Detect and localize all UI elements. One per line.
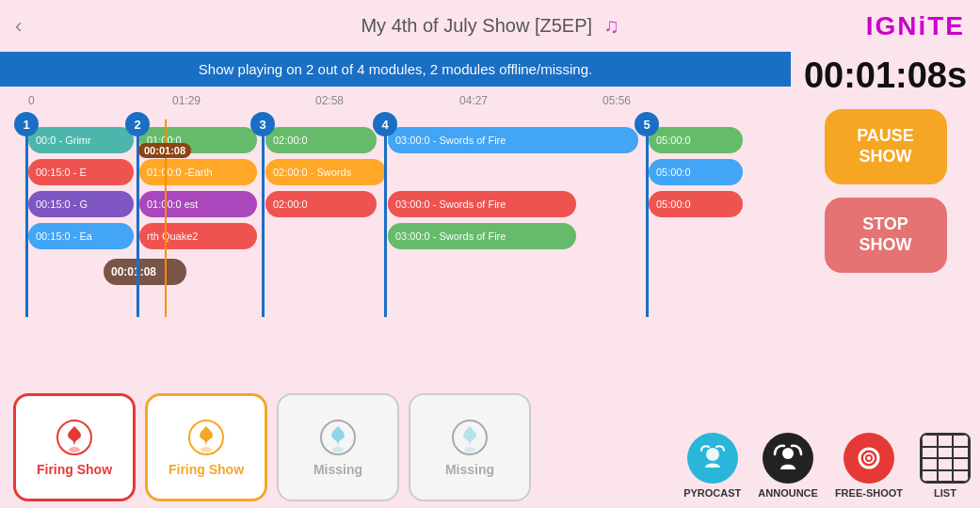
announce-icon bbox=[763, 433, 813, 484]
cue-block[interactable]: 05:00:0 bbox=[649, 159, 743, 185]
module-line-5: 5 bbox=[646, 119, 649, 317]
svg-point-7 bbox=[464, 447, 475, 452]
cue-block[interactable]: 00:15:0 - Ea bbox=[28, 223, 134, 249]
tracks-container: 1 2 3 4 5 00:01:08 00:0 bbox=[0, 119, 791, 317]
cue-block[interactable]: 03:00:0 - Swords of Fire bbox=[388, 127, 638, 153]
cue-block[interactable]: 00:15:0 - E bbox=[28, 159, 134, 185]
svg-point-1 bbox=[69, 447, 80, 452]
timeline-area: 0 01:29 02:58 04:27 05:56 1 2 3 4 bbox=[0, 87, 791, 386]
current-time-line: 00:01:08 bbox=[165, 119, 167, 317]
time-mark-3: 04:27 bbox=[459, 94, 488, 107]
freeshoot-label: FREE-SHOOT bbox=[835, 487, 903, 499]
module-card-1-label: Firing Show bbox=[37, 462, 112, 477]
module-line-1: 1 bbox=[25, 119, 28, 317]
svg-point-3 bbox=[201, 447, 212, 452]
module-circle-2: 2 bbox=[125, 112, 150, 136]
svg-point-5 bbox=[332, 447, 344, 452]
module-circle-1: 1 bbox=[14, 112, 39, 136]
time-mark-2: 02:58 bbox=[315, 94, 344, 107]
music-icon[interactable]: ♫ bbox=[603, 14, 619, 39]
time-mark-1: 01:29 bbox=[172, 94, 201, 107]
time-mark-4: 05:56 bbox=[602, 94, 631, 107]
time-ruler: 0 01:29 02:58 04:27 05:56 bbox=[0, 87, 791, 115]
module-circle-4: 4 bbox=[373, 112, 397, 136]
module-line-4: 4 bbox=[384, 119, 387, 317]
bottom-icons: PYROCAST ANNOUNCE FREE-SHOOT bbox=[683, 433, 971, 499]
module-circle-3: 3 bbox=[250, 112, 275, 136]
module-circle-5: 5 bbox=[635, 112, 659, 136]
ignite-logo: IGNiTE bbox=[866, 11, 965, 41]
left-side: Show playing on 2 out of 4 modules, 2 mo… bbox=[0, 52, 791, 508]
module-line-3: 3 bbox=[262, 119, 265, 317]
announce-button[interactable]: ANNOUNCE bbox=[758, 433, 818, 499]
list-label: LIST bbox=[934, 487, 956, 499]
freeshoot-icon bbox=[843, 433, 894, 484]
module-card-2[interactable]: Firing Show bbox=[145, 393, 267, 501]
time-mark-0: 0 bbox=[28, 94, 35, 107]
cue-block[interactable]: 01:00:0 -Earth bbox=[139, 159, 257, 185]
page-title: My 4th of July Show [Z5EP] bbox=[361, 15, 592, 37]
back-button[interactable]: ‹ bbox=[15, 14, 22, 39]
pyro-gray-icon-1 bbox=[317, 417, 359, 458]
pause-show-button[interactable]: PAUSESHOW bbox=[825, 109, 947, 184]
module-card-4-label: Missing bbox=[445, 462, 494, 477]
cue-block[interactable]: 02:00:0 bbox=[265, 191, 377, 217]
pyro-gray-icon-2 bbox=[449, 417, 490, 458]
stop-show-button[interactable]: STOPSHOW bbox=[825, 198, 947, 273]
current-cue-badge: 00:01:08 bbox=[104, 259, 186, 285]
header: ‹ My 4th of July Show [Z5EP] ♫ IGNiTE bbox=[0, 0, 980, 52]
cue-block[interactable]: 05:00:0 bbox=[649, 127, 743, 153]
announce-label: ANNOUNCE bbox=[758, 487, 818, 499]
cue-block[interactable]: 02:00:0 bbox=[265, 127, 377, 153]
pyrocast-label: PYROCAST bbox=[683, 487, 741, 499]
pause-btn-text: PAUSESHOW bbox=[857, 126, 914, 167]
cue-block[interactable]: 01:00:0 est bbox=[139, 191, 257, 217]
module-card-3-label: Missing bbox=[313, 462, 362, 477]
svg-point-8 bbox=[706, 448, 719, 461]
cue-block[interactable]: 00:0 - Grimr bbox=[28, 127, 134, 153]
cue-block[interactable]: rth Quake2 bbox=[139, 223, 257, 249]
module-card-2-label: Firing Show bbox=[169, 462, 244, 477]
pyro-yellow-icon bbox=[185, 417, 227, 458]
cue-block[interactable]: 05:00:0 bbox=[649, 191, 743, 217]
cue-block[interactable]: 03:00:0 - Swords of Fire bbox=[388, 223, 576, 249]
module-card-3[interactable]: Missing bbox=[277, 393, 399, 501]
list-icon bbox=[920, 433, 971, 484]
svg-point-12 bbox=[867, 456, 871, 460]
cue-block[interactable]: 02:00:0 - Swords bbox=[265, 159, 386, 185]
cue-block[interactable]: 00:15:0 - G bbox=[28, 191, 134, 217]
stop-btn-text: STOPSHOW bbox=[860, 214, 912, 255]
pyrocast-icon bbox=[687, 433, 738, 484]
module-card-4[interactable]: Missing bbox=[409, 393, 531, 501]
cue-block[interactable]: 03:00:0 - Swords of Fire bbox=[388, 191, 576, 217]
status-banner: Show playing on 2 out of 4 modules, 2 mo… bbox=[0, 52, 791, 87]
modules-row: Firing Show Firing Show Missing bbox=[0, 386, 791, 508]
pyro-red-icon bbox=[54, 417, 95, 458]
list-button[interactable]: LIST bbox=[920, 433, 971, 499]
module-card-1[interactable]: Firing Show bbox=[13, 393, 136, 501]
pyrocast-button[interactable]: PYROCAST bbox=[683, 433, 741, 499]
free-shoot-button[interactable]: FREE-SHOOT bbox=[835, 433, 903, 499]
current-time-badge: 00:01:08 bbox=[138, 143, 191, 158]
svg-point-9 bbox=[782, 448, 794, 459]
timer-display: 00:01:08s bbox=[804, 56, 967, 96]
